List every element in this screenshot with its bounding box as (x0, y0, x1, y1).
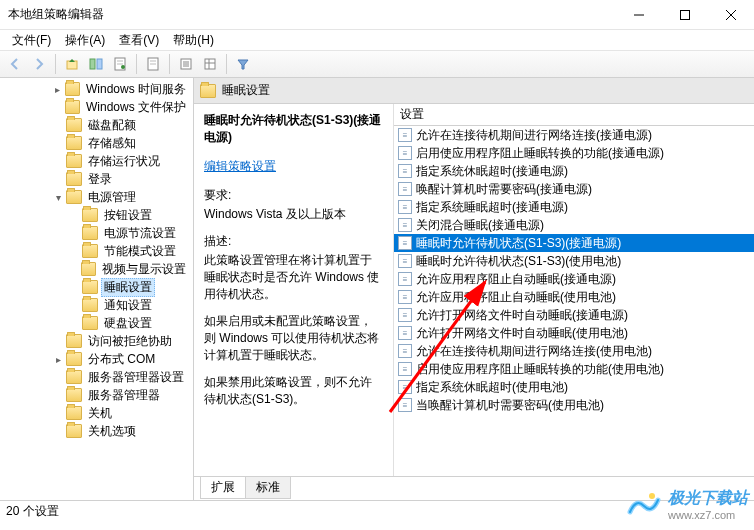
window-controls (616, 0, 754, 30)
show-hide-tree-button[interactable] (85, 53, 107, 75)
setting-item[interactable]: ≡指定系统休眠超时(使用电池) (394, 378, 754, 396)
setting-item[interactable]: ≡允许在连接待机期间进行网络连接(接通电源) (394, 126, 754, 144)
description-panel: 睡眠时允许待机状态(S1-S3)(接通电源) 编辑策略设置 要求: Window… (194, 104, 394, 476)
maximize-button[interactable] (662, 0, 708, 30)
setting-item[interactable]: ≡睡眠时允许待机状态(S1-S3)(接通电源) (394, 234, 754, 252)
tree-twisty-icon[interactable]: ▸ (50, 351, 66, 367)
folder-icon (66, 352, 82, 366)
description-text-1: 此策略设置管理在将计算机置于睡眠状态时是否允许 Windows 使用待机状态。 (204, 252, 383, 303)
setting-item[interactable]: ≡指定系统休眠超时(接通电源) (394, 162, 754, 180)
tree-node-label: 服务器管理器 (85, 386, 163, 405)
tree-twisty-icon[interactable]: ▸ (50, 81, 65, 97)
tab-standard[interactable]: 标准 (245, 477, 291, 499)
settings-list[interactable]: 设置 ≡允许在连接待机期间进行网络连接(接通电源)≡启用使应用程序阻止睡眠转换的… (394, 104, 754, 476)
setting-item[interactable]: ≡允许应用程序阻止自动睡眠(使用电池) (394, 288, 754, 306)
tree-twisty-icon (50, 135, 66, 151)
setting-icon: ≡ (398, 146, 412, 160)
tree-node[interactable]: 存储运行状况 (2, 152, 193, 170)
tree-node-label: 登录 (85, 170, 115, 189)
tree-node[interactable]: 按钮设置 (2, 206, 193, 224)
description-label: 描述: (204, 233, 383, 250)
setting-icon: ≡ (398, 236, 412, 250)
setting-item[interactable]: ≡当唤醒计算机时需要密码(使用电池) (394, 396, 754, 414)
setting-item[interactable]: ≡唤醒计算机时需要密码(接通电源) (394, 180, 754, 198)
menu-view[interactable]: 查看(V) (113, 30, 165, 51)
tree-node-label: 通知设置 (101, 296, 155, 315)
setting-item[interactable]: ≡睡眠时允许待机状态(S1-S3)(使用电池) (394, 252, 754, 270)
back-button[interactable] (4, 53, 26, 75)
tree-twisty-icon (66, 225, 82, 241)
tree-node[interactable]: 服务器管理器 (2, 386, 193, 404)
toolbar-separator (136, 54, 137, 74)
menu-file[interactable]: 文件(F) (6, 30, 57, 51)
folder-icon (66, 154, 82, 168)
tree-node[interactable]: 服务器管理器设置 (2, 368, 193, 386)
close-button[interactable] (708, 0, 754, 30)
tree-node[interactable]: 硬盘设置 (2, 314, 193, 332)
folder-icon (66, 172, 82, 186)
tree-node-label: 磁盘配额 (85, 116, 139, 135)
setting-label: 启用使应用程序阻止睡眠转换的功能(接通电源) (416, 145, 664, 162)
edit-policy-link[interactable]: 编辑策略设置 (204, 158, 383, 175)
svg-rect-5 (90, 59, 95, 69)
setting-icon: ≡ (398, 398, 412, 412)
folder-icon (66, 388, 82, 402)
tree-node[interactable]: 访问被拒绝协助 (2, 332, 193, 350)
tree-twisty-icon (66, 315, 82, 331)
tree-node[interactable]: ▾电源管理 (2, 188, 193, 206)
help-button[interactable] (199, 53, 221, 75)
menu-action[interactable]: 操作(A) (59, 30, 111, 51)
tree-node[interactable]: 关机选项 (2, 422, 193, 440)
tree-node-label: 电源管理 (85, 188, 139, 207)
toolbar-separator (226, 54, 227, 74)
tree-node[interactable]: 磁盘配额 (2, 116, 193, 134)
folder-icon (66, 190, 82, 204)
refresh-button[interactable] (142, 53, 164, 75)
tree-node-label: Windows 文件保护 (83, 98, 189, 117)
column-header-settings[interactable]: 设置 (394, 104, 754, 126)
folder-icon (82, 316, 98, 330)
tree-node[interactable]: 关机 (2, 404, 193, 422)
menu-help[interactable]: 帮助(H) (167, 30, 220, 51)
tree-panel[interactable]: ▸Windows 时间服务Windows 文件保护磁盘配额存储感知存储运行状况登… (0, 78, 194, 500)
setting-item[interactable]: ≡启用使应用程序阻止睡眠转换的功能(使用电池) (394, 360, 754, 378)
setting-item[interactable]: ≡指定系统睡眠超时(接通电源) (394, 198, 754, 216)
setting-item[interactable]: ≡启用使应用程序阻止睡眠转换的功能(接通电源) (394, 144, 754, 162)
setting-icon: ≡ (398, 326, 412, 340)
tree-node[interactable]: 通知设置 (2, 296, 193, 314)
tree-node[interactable]: 节能模式设置 (2, 242, 193, 260)
tree-node[interactable]: Windows 文件保护 (2, 98, 193, 116)
setting-label: 关闭混合睡眠(接通电源) (416, 217, 544, 234)
setting-label: 允许打开网络文件时自动睡眠(接通电源) (416, 307, 628, 324)
setting-item[interactable]: ≡允许打开网络文件时自动睡眠(使用电池) (394, 324, 754, 342)
tree-node[interactable]: 登录 (2, 170, 193, 188)
tree-node[interactable]: 电源节流设置 (2, 224, 193, 242)
details-content: 睡眠时允许待机状态(S1-S3)(接通电源) 编辑策略设置 要求: Window… (194, 104, 754, 476)
tree-node[interactable]: 视频与显示设置 (2, 260, 193, 278)
tree-node[interactable]: 睡眠设置 (2, 278, 193, 296)
folder-icon (65, 100, 80, 114)
tree-node-label: 节能模式设置 (101, 242, 179, 261)
right-panel: 睡眠设置 睡眠时允许待机状态(S1-S3)(接通电源) 编辑策略设置 要求: W… (194, 78, 754, 500)
tree-node[interactable]: ▸分布式 COM (2, 350, 193, 368)
setting-item[interactable]: ≡允许打开网络文件时自动睡眠(接通电源) (394, 306, 754, 324)
setting-item[interactable]: ≡允许在连接待机期间进行网络连接(使用电池) (394, 342, 754, 360)
forward-button[interactable] (28, 53, 50, 75)
minimize-button[interactable] (616, 0, 662, 30)
setting-item[interactable]: ≡允许应用程序阻止自动睡眠(接通电源) (394, 270, 754, 288)
tree-node[interactable]: ▸Windows 时间服务 (2, 80, 193, 98)
export-list-button[interactable] (175, 53, 197, 75)
setting-label: 允许应用程序阻止自动睡眠(接通电源) (416, 271, 616, 288)
setting-item[interactable]: ≡关闭混合睡眠(接通电源) (394, 216, 754, 234)
tab-extended[interactable]: 扩展 (200, 477, 246, 499)
properties-button[interactable] (109, 53, 131, 75)
tree-node-label: 关机选项 (85, 422, 139, 441)
tree-twisty-icon (50, 369, 66, 385)
svg-rect-1 (681, 10, 690, 19)
description-text-2: 如果启用或未配置此策略设置，则 Windows 可以使用待机状态将计算机置于睡眠… (204, 313, 383, 364)
main-area: ▸Windows 时间服务Windows 文件保护磁盘配额存储感知存储运行状况登… (0, 78, 754, 500)
tree-node[interactable]: 存储感知 (2, 134, 193, 152)
tree-twisty-icon[interactable]: ▾ (50, 189, 66, 205)
filter-button[interactable] (232, 53, 254, 75)
up-button[interactable] (61, 53, 83, 75)
